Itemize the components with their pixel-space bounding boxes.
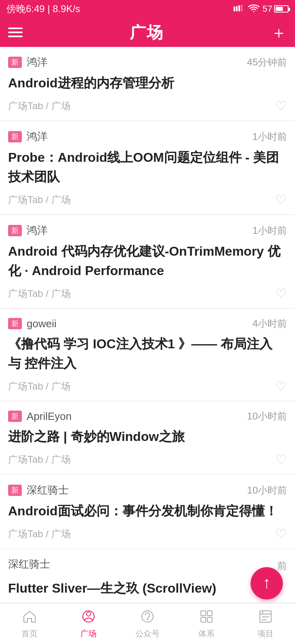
article-footer: 广场Tab / 广场 ♡ [8, 98, 287, 114]
page-title: 广场 [130, 21, 164, 44]
article-meta: 新 goweii 4小时前 [8, 317, 287, 330]
article-tag: 广场Tab / 广场 [8, 100, 71, 112]
nav-icon-system [199, 609, 214, 626]
article-title: Android 代码内存优化建议-OnTrimMemory 优化 · Andro… [8, 241, 287, 280]
article-item-3[interactable]: 新 鸿洋 1小时前 Android 代码内存优化建议-OnTrimMemory … [0, 215, 295, 308]
new-badge: 新 [8, 485, 22, 496]
svg-rect-9 [207, 611, 212, 616]
like-button[interactable]: ♡ [275, 379, 287, 394]
battery-container: 57 [263, 4, 289, 14]
time-label: 45分钟前 [247, 56, 287, 69]
article-item-6[interactable]: 新 深红骑士 10小时前 Android面试必问：事件分发机制你肯定得懂！ 广场… [0, 475, 295, 548]
nav-icon-home [22, 609, 37, 626]
svg-rect-1 [236, 6, 238, 11]
battery-icon [274, 5, 289, 13]
like-button[interactable]: ♡ [275, 192, 287, 208]
article-tag: 广场Tab / 广场 [8, 453, 71, 466]
article-meta-left: 新 AprilEyon [8, 410, 72, 423]
article-footer: 广场Tab / 广场 ♡ [8, 286, 287, 301]
nav-label-official: 公众号 [135, 628, 160, 639]
svg-point-5 [86, 612, 91, 616]
like-button[interactable]: ♡ [275, 286, 287, 301]
nav-item-system[interactable]: 体系 [177, 604, 236, 644]
author-name: 鸿洋 [27, 129, 48, 144]
article-title: 《撸代码 学习 IOC注入技术1 》—— 布局注入 与 控件注入 [8, 334, 287, 373]
status-bar: 傍晚6:49 | 8.9K/s 57 [0, 0, 295, 18]
article-meta: 新 深红骑士 10小时前 [8, 483, 287, 497]
nav-icon-official [140, 609, 155, 626]
nav-item-home[interactable]: 首页 [0, 604, 59, 644]
nav-label-system: 体系 [198, 628, 215, 639]
svg-rect-0 [234, 6, 235, 11]
article-item-5[interactable]: 新 AprilEyon 10小时前 进阶之路 | 奇妙的Window之旅 广场T… [0, 402, 295, 474]
article-item-4[interactable]: 新 goweii 4小时前 《撸代码 学习 IOC注入技术1 》—— 布局注入 … [0, 309, 295, 400]
article-meta: 新 鸿洋 45分钟前 [8, 55, 287, 69]
author-name: AprilEyon [27, 410, 72, 423]
article-footer: 广场Tab / 广场 ♡ [8, 379, 287, 394]
time-label: 1小时前 [253, 224, 287, 237]
wifi-icon [248, 4, 259, 13]
svg-point-7 [147, 619, 148, 620]
scroll-to-top-button[interactable]: ↑ [251, 567, 283, 600]
nav-icon-project [258, 609, 273, 626]
article-tag: 广场Tab / 广场 [8, 287, 71, 300]
author-name: 鸿洋 [27, 223, 48, 237]
menu-button[interactable] [8, 28, 23, 37]
article-meta-left: 新 鸿洋 [8, 223, 48, 237]
author-name: 深红骑士 [27, 483, 69, 497]
new-badge: 新 [8, 57, 22, 68]
time-label: 1小时前 [253, 130, 287, 143]
partial-article-time: 前 [277, 559, 287, 572]
nav-item-plaza[interactable]: 广场 [59, 604, 118, 644]
svg-rect-10 [201, 617, 206, 622]
bottom-navigation: 首页 广场 公众号 体系 项目 [0, 604, 295, 644]
article-meta: 新 鸿洋 1小时前 [8, 223, 287, 237]
new-badge: 新 [8, 225, 22, 236]
article-title: Probe：Android线上OOM问题定位组件 - 美团技术团队 [8, 148, 287, 186]
nav-label-home: 首页 [21, 628, 38, 639]
article-item-1[interactable]: 新 鸿洋 45分钟前 Android进程的内存管理分析 广场Tab / 广场 ♡ [0, 47, 295, 120]
like-button[interactable]: ♡ [275, 526, 287, 542]
svg-rect-3 [241, 5, 242, 11]
svg-rect-11 [207, 617, 212, 622]
sim-icon [234, 5, 245, 13]
article-title: Android面试必问：事件分发机制你肯定得懂！ [8, 501, 287, 521]
article-footer: 广场Tab / 广场 ♡ [8, 526, 287, 542]
article-meta: 新 鸿洋 1小时前 [8, 129, 287, 144]
new-badge: 新 [8, 411, 22, 422]
partial-article-title: Flutter Sliver—生之玖 (ScrollView) [8, 578, 287, 598]
article-meta-left: 新 鸿洋 [8, 55, 48, 69]
article-item-2[interactable]: 新 鸿洋 1小时前 Probe：Android线上OOM问题定位组件 - 美团技… [0, 121, 295, 214]
article-tag: 广场Tab / 广场 [8, 527, 71, 540]
nav-item-official[interactable]: 公众号 [118, 604, 177, 644]
status-right-icons: 57 [234, 4, 289, 14]
battery-level: 57 [263, 4, 272, 14]
nav-label-plaza: 广场 [80, 628, 97, 639]
article-meta: 新 AprilEyon 10小时前 [8, 410, 287, 423]
time-label: 10小时前 [247, 410, 287, 423]
article-title: Android进程的内存管理分析 [8, 73, 287, 93]
up-arrow-icon: ↑ [263, 574, 271, 592]
svg-rect-2 [238, 5, 240, 11]
author-name: goweii [27, 318, 57, 330]
like-button[interactable]: ♡ [275, 452, 287, 467]
nav-icon-plaza [81, 609, 96, 626]
article-meta-left: 新 鸿洋 [8, 129, 48, 144]
status-time-speed: 傍晚6:49 | 8.9K/s [6, 2, 80, 15]
like-button[interactable]: ♡ [275, 98, 287, 114]
new-badge: 新 [8, 318, 22, 329]
nav-label-project: 项目 [257, 628, 274, 639]
time-label: 4小时前 [253, 317, 287, 330]
add-button[interactable]: ＋ [271, 21, 287, 44]
article-list: 新 鸿洋 45分钟前 Android进程的内存管理分析 广场Tab / 广场 ♡… [0, 47, 295, 548]
article-tag: 广场Tab / 广场 [8, 380, 71, 393]
article-meta-left: 新 深红骑士 [8, 483, 69, 497]
header: 广场 ＋ [0, 18, 295, 47]
partial-article-item[interactable]: 深红骑士 前 Flutter Sliver—生之玖 (ScrollView) [0, 549, 295, 602]
nav-item-project[interactable]: 项目 [236, 604, 295, 644]
time-label: 10小时前 [247, 484, 287, 497]
article-title: 进阶之路 | 奇妙的Window之旅 [8, 427, 287, 446]
new-badge: 新 [8, 131, 22, 142]
article-tag: 广场Tab / 广场 [8, 193, 71, 206]
article-meta-left: 新 goweii [8, 318, 57, 330]
